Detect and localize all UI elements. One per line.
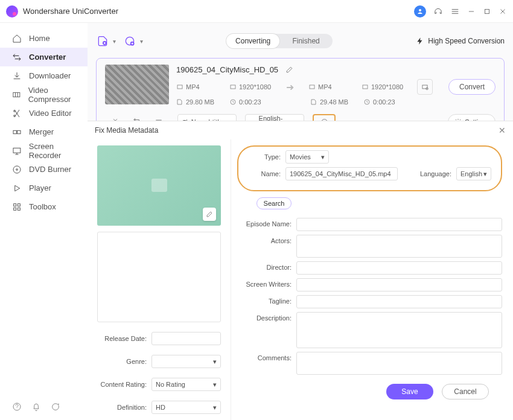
sidebar-item-label: Screen Recorder [29, 142, 88, 160]
actors-input[interactable] [296, 235, 502, 258]
close-button[interactable] [499, 7, 507, 16]
tab-converting[interactable]: Converting [226, 34, 279, 48]
sidebar-item-player[interactable]: Player [0, 179, 88, 197]
svg-rect-11 [13, 130, 16, 133]
svg-point-10 [14, 115, 16, 116]
app-title: Wondershare UniConverter [23, 7, 414, 16]
src-resolution: 1920*1080 [229, 83, 272, 91]
svg-rect-32 [363, 85, 368, 89]
svg-rect-8 [13, 92, 20, 97]
sidebar-item-editor[interactable]: Video Editor [0, 104, 88, 122]
search-inputs-highlight: Type: Movies▾ Name: 190625_04_CityMisc_H… [237, 145, 502, 191]
modal-title: Fix Media Metadata [95, 126, 158, 135]
svg-rect-13 [13, 148, 21, 153]
status-tabs: Converting Finished [226, 34, 333, 48]
episode-input[interactable] [296, 218, 502, 231]
sidebar-item-home[interactable]: Home [0, 29, 88, 48]
sidebar-item-label: Video Editor [29, 109, 72, 118]
modal-close-button[interactable]: ✕ [499, 126, 506, 135]
sidebar-item-label: Merger [29, 127, 54, 136]
writers-input[interactable] [296, 278, 502, 291]
bell-icon[interactable] [31, 402, 41, 412]
svg-rect-33 [422, 85, 427, 89]
titlebar: Wondershare UniConverter [0, 0, 513, 23]
convert-button[interactable]: Convert [448, 79, 495, 95]
bolt-icon [416, 37, 424, 45]
svg-point-9 [14, 110, 16, 112]
name-input[interactable]: 190625_04_CityMisc_HD_05.mp4 [285, 167, 398, 180]
headset-icon[interactable] [433, 7, 443, 16]
sidebar-item-label: Converter [29, 52, 66, 62]
tagline-input[interactable] [296, 295, 502, 308]
dst-resolution: 1920*1080 [362, 83, 404, 91]
main-panel: ▾ ▾ Converting Finished High Speed Conve… [88, 23, 513, 420]
svg-rect-12 [18, 130, 21, 133]
src-size: 29.80 MB [176, 98, 218, 106]
cancel-button[interactable]: Cancel [442, 384, 489, 399]
save-button[interactable]: Save [386, 384, 433, 399]
cover-preview [97, 145, 221, 226]
svg-rect-20 [18, 208, 20, 210]
svg-rect-17 [14, 203, 16, 206]
type-select[interactable]: Movies▾ [285, 150, 329, 164]
svg-rect-29 [177, 85, 182, 89]
menu-icon[interactable] [450, 7, 460, 16]
definition-select[interactable]: HD▾ [151, 401, 221, 414]
sidebar: Home Converter Downloader Video Compress… [0, 23, 88, 420]
sidebar-item-recorder[interactable]: Screen Recorder [0, 141, 88, 160]
sidebar-item-merger[interactable]: Merger [0, 122, 88, 141]
sidebar-item-label: Video Compressor [28, 86, 88, 104]
src-format: MP4 [176, 83, 218, 91]
chevron-down-icon[interactable]: ▾ [140, 38, 143, 45]
minimize-button[interactable] [467, 7, 476, 16]
svg-rect-5 [485, 9, 489, 13]
search-results-box [97, 232, 221, 322]
svg-rect-18 [18, 203, 20, 206]
director-input[interactable] [296, 261, 502, 275]
chevron-down-icon[interactable]: ▾ [113, 38, 116, 45]
svg-rect-30 [231, 85, 235, 89]
svg-rect-31 [310, 85, 314, 89]
dst-duration: 0:00:23 [363, 98, 406, 106]
avatar[interactable] [414, 5, 426, 18]
edit-cover-button[interactable] [203, 208, 216, 221]
metadata-modal: Fix Media Metadata ✕ Release Date: Genre… [88, 121, 513, 420]
help-icon[interactable] [12, 402, 22, 412]
add-dvd-icon[interactable] [123, 34, 136, 48]
svg-point-0 [419, 9, 421, 11]
release-date-input[interactable] [151, 332, 221, 345]
sidebar-item-toolbox[interactable]: Toolbox [0, 197, 88, 216]
sidebar-item-label: Home [29, 34, 50, 43]
sidebar-item-label: DVD Burner [29, 165, 71, 174]
sidebar-item-converter[interactable]: Converter [0, 48, 88, 66]
sidebar-item-dvd[interactable]: DVD Burner [0, 160, 88, 179]
svg-point-15 [16, 168, 18, 170]
edit-name-icon[interactable] [284, 65, 294, 74]
genre-select[interactable]: ▾ [151, 355, 221, 368]
rating-select[interactable]: No Rating▾ [151, 378, 221, 391]
feedback-icon[interactable] [51, 402, 60, 412]
high-speed-toggle[interactable]: High Speed Conversion [416, 37, 505, 45]
arrow-icon: ➜ [286, 81, 294, 93]
tab-finished[interactable]: Finished [279, 34, 333, 48]
file-name: 190625_04_CityMisc_HD_05 [176, 65, 278, 74]
language-select[interactable]: English▾ [456, 167, 491, 180]
dst-size: 29.48 MB [310, 98, 352, 106]
description-input[interactable] [296, 312, 502, 348]
search-button[interactable]: Search [256, 197, 292, 209]
sidebar-item-downloader[interactable]: Downloader [0, 66, 88, 85]
sidebar-item-label: Player [29, 183, 51, 192]
sidebar-item-compressor[interactable]: Video Compressor [0, 85, 88, 104]
maximize-button[interactable] [483, 7, 491, 16]
svg-rect-19 [14, 208, 16, 210]
app-logo [6, 5, 18, 18]
add-file-icon[interactable] [96, 34, 109, 48]
svg-marker-16 [15, 185, 20, 191]
output-settings-button[interactable] [417, 79, 433, 95]
sidebar-item-label: Downloader [29, 71, 71, 80]
video-thumbnail[interactable] [105, 65, 169, 104]
dst-format: MP4 [308, 83, 351, 91]
comments-input[interactable] [296, 352, 502, 375]
svg-point-14 [13, 166, 21, 173]
src-duration: 0:00:23 [229, 98, 272, 106]
